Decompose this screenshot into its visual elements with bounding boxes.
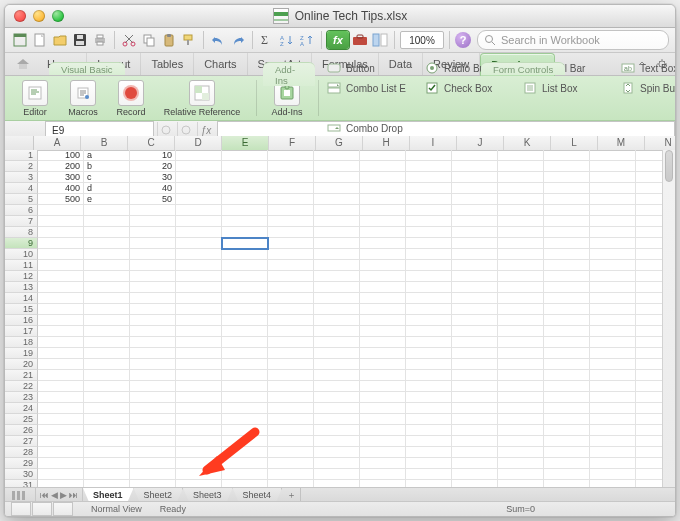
cell-G27[interactable]	[314, 436, 360, 447]
cell-E15[interactable]	[222, 304, 268, 315]
cell-E22[interactable]	[222, 381, 268, 392]
cell-C22[interactable]	[130, 381, 176, 392]
cell-M29[interactable]	[590, 458, 636, 469]
cell-B4[interactable]: d	[84, 183, 130, 194]
cell-C28[interactable]	[130, 447, 176, 458]
window-close-button[interactable]	[14, 10, 26, 22]
cell-L29[interactable]	[544, 458, 590, 469]
cell-C23[interactable]	[130, 392, 176, 403]
cell-L10[interactable]	[544, 249, 590, 260]
cell-J30[interactable]	[452, 469, 498, 480]
cell-I12[interactable]	[406, 271, 452, 282]
cell-G21[interactable]	[314, 370, 360, 381]
cell-E29[interactable]	[222, 458, 268, 469]
cell-E3[interactable]	[222, 172, 268, 183]
cell-J28[interactable]	[452, 447, 498, 458]
cell-B10[interactable]	[84, 249, 130, 260]
cell-B18[interactable]	[84, 337, 130, 348]
cell-G29[interactable]	[314, 458, 360, 469]
cell-M22[interactable]	[590, 381, 636, 392]
cell-H17[interactable]	[360, 326, 406, 337]
cell-I23[interactable]	[406, 392, 452, 403]
cell-K19[interactable]	[498, 348, 544, 359]
sheet-tab-view-toggle[interactable]	[5, 488, 36, 502]
cell-M3[interactable]	[590, 172, 636, 183]
cell-E13[interactable]	[222, 282, 268, 293]
cell-D28[interactable]	[176, 447, 222, 458]
row-header-24[interactable]: 24	[5, 403, 38, 414]
row-header-17[interactable]: 17	[5, 326, 38, 337]
cell-D23[interactable]	[176, 392, 222, 403]
cell-J16[interactable]	[452, 315, 498, 326]
col-header-E[interactable]: E	[222, 136, 269, 150]
col-header-H[interactable]: H	[363, 136, 410, 150]
cell-L14[interactable]	[544, 293, 590, 304]
row-header-30[interactable]: 30	[5, 469, 38, 480]
cell-B8[interactable]	[84, 227, 130, 238]
cell-B16[interactable]	[84, 315, 130, 326]
cell-E28[interactable]	[222, 447, 268, 458]
cell-H28[interactable]	[360, 447, 406, 458]
cell-M14[interactable]	[590, 293, 636, 304]
cell-M12[interactable]	[590, 271, 636, 282]
cell-D7[interactable]	[176, 216, 222, 227]
row-header-6[interactable]: 6	[5, 205, 38, 216]
cell-J5[interactable]	[452, 194, 498, 205]
cell-G19[interactable]	[314, 348, 360, 359]
cell-E27[interactable]	[222, 436, 268, 447]
cell-K6[interactable]	[498, 205, 544, 216]
cell-B13[interactable]	[84, 282, 130, 293]
cell-L15[interactable]	[544, 304, 590, 315]
cell-A30[interactable]	[38, 469, 84, 480]
cell-B6[interactable]	[84, 205, 130, 216]
cell-E2[interactable]	[222, 161, 268, 172]
cell-I17[interactable]	[406, 326, 452, 337]
cell-C2[interactable]: 20	[130, 161, 176, 172]
cell-F1[interactable]	[268, 150, 314, 161]
cell-E6[interactable]	[222, 205, 268, 216]
sheet-nav-first-icon[interactable]: ⏮	[40, 491, 49, 500]
cell-K7[interactable]	[498, 216, 544, 227]
cell-B17[interactable]	[84, 326, 130, 337]
cell-J25[interactable]	[452, 414, 498, 425]
cell-F5[interactable]	[268, 194, 314, 205]
cell-M2[interactable]	[590, 161, 636, 172]
cell-I8[interactable]	[406, 227, 452, 238]
cell-F2[interactable]	[268, 161, 314, 172]
cell-B9[interactable]	[84, 238, 130, 249]
cell-L24[interactable]	[544, 403, 590, 414]
cell-H24[interactable]	[360, 403, 406, 414]
cell-E20[interactable]	[222, 359, 268, 370]
redo-icon[interactable]	[229, 31, 247, 49]
cell-L1[interactable]	[544, 150, 590, 161]
cell-H6[interactable]	[360, 205, 406, 216]
cell-L30[interactable]	[544, 469, 590, 480]
cell-I19[interactable]	[406, 348, 452, 359]
cell-C3[interactable]: 30	[130, 172, 176, 183]
cell-D14[interactable]	[176, 293, 222, 304]
cell-B20[interactable]	[84, 359, 130, 370]
row-header-11[interactable]: 11	[5, 260, 38, 271]
cell-F26[interactable]	[268, 425, 314, 436]
cell-K10[interactable]	[498, 249, 544, 260]
formcontrol-textbox[interactable]: ab Text Box	[621, 59, 676, 77]
cell-I22[interactable]	[406, 381, 452, 392]
cell-A20[interactable]	[38, 359, 84, 370]
formula-builder-button[interactable]: fx	[327, 31, 349, 49]
cell-F18[interactable]	[268, 337, 314, 348]
row-header-25[interactable]: 25	[5, 414, 38, 425]
cell-A27[interactable]	[38, 436, 84, 447]
cell-I6[interactable]	[406, 205, 452, 216]
toolbox-icon[interactable]	[351, 31, 369, 49]
cell-F15[interactable]	[268, 304, 314, 315]
cell-F22[interactable]	[268, 381, 314, 392]
cell-A10[interactable]	[38, 249, 84, 260]
sheet-nav-last-icon[interactable]: ⏭	[69, 491, 78, 500]
cell-K22[interactable]	[498, 381, 544, 392]
cell-G10[interactable]	[314, 249, 360, 260]
cell-G23[interactable]	[314, 392, 360, 403]
formcontrol-combo-list-edit[interactable]: Combo List E	[327, 79, 413, 97]
cell-M5[interactable]	[590, 194, 636, 205]
cell-J8[interactable]	[452, 227, 498, 238]
row-header-10[interactable]: 10	[5, 249, 38, 260]
